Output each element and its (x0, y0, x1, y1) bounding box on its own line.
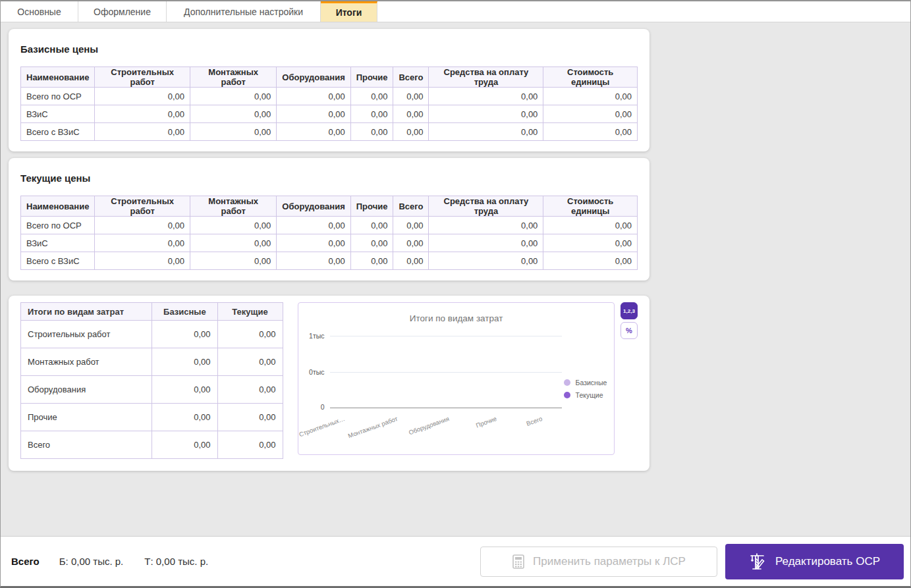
footer-total-label: Всего (11, 556, 40, 567)
cell-value: 0,00 (393, 105, 429, 123)
table-row: Оборудования 0,00 0,00 (21, 376, 283, 404)
cell-value: 0,00 (277, 217, 350, 234)
calculator-icon (512, 554, 525, 570)
current-prices-panel: Текущие цены Наименование Строительных р… (9, 158, 649, 281)
legend-dot-base (564, 379, 570, 386)
chart-legend: Базисные Текущие (564, 379, 607, 404)
col-header: Наименование (21, 67, 95, 88)
legend-label: Базисные (576, 379, 607, 387)
table-row: Прочие 0,00 0,00 (21, 404, 283, 431)
chart-toggle-group: 1,2,3 % (621, 302, 638, 342)
cell-value: 0,00 (95, 217, 190, 234)
table-header-row: Наименование Строительных работ Монтажны… (21, 67, 638, 88)
chart-title: Итоги по видам затрат (298, 313, 615, 323)
cell-value: 0,00 (393, 123, 429, 141)
cell-value: 0,00 (393, 217, 429, 234)
cell-value: 0,00 (393, 88, 429, 105)
current-prices-table: Наименование Строительных работ Монтажны… (20, 196, 638, 270)
y-tick: 0 (298, 403, 325, 411)
cell-value: 0,00 (217, 431, 283, 459)
base-prices-table: Наименование Строительных работ Монтажны… (20, 67, 638, 141)
cell-value: 0,00 (350, 252, 393, 270)
col-header: Оборудования (277, 196, 350, 217)
totals-panel: Итоги по видам затрат Базисные Текущие С… (9, 296, 649, 471)
cell-value: 0,00 (190, 88, 277, 105)
cell-value: 0,00 (543, 105, 638, 123)
footer-current-total: Т: 0,00 тыс. р. (144, 556, 208, 567)
table-row: Строительных работ 0,00 0,00 (21, 321, 283, 348)
row-label: Оборудования (21, 376, 152, 404)
cell-value: 0,00 (350, 88, 393, 105)
cell-value: 0,00 (217, 376, 283, 404)
table-row: Всего с ВЗиС 0,00 0,00 0,00 0,00 0,00 0,… (21, 252, 638, 270)
edit-osr-button[interactable]: Редактировать ОСР (725, 544, 904, 579)
row-label: Всего по ОСР (21, 217, 95, 234)
cell-value: 0,00 (429, 252, 543, 270)
col-header: Средства на оплату труда (429, 196, 543, 217)
cell-value: 0,00 (350, 105, 393, 123)
cell-value: 0,00 (152, 348, 217, 376)
cell-value: 0,00 (95, 88, 190, 105)
cell-value: 0,00 (350, 217, 393, 234)
row-label: ВЗиС (21, 234, 95, 252)
col-header: Всего (393, 67, 429, 88)
table-row: Всего с ВЗиС 0,00 0,00 0,00 0,00 0,00 0,… (21, 123, 638, 141)
x-tick: Всего (526, 415, 543, 427)
edit-button-label: Редактировать ОСР (775, 555, 880, 568)
gridline (330, 372, 562, 373)
y-tick: 1тыс (298, 332, 325, 340)
apply-button-label: Применить параметры к ЛСР (533, 555, 686, 568)
apply-parameters-button[interactable]: Применить параметры к ЛСР (480, 547, 717, 577)
cell-value: 0,00 (543, 88, 638, 105)
cell-value: 0,00 (277, 234, 350, 252)
cell-value: 0,00 (429, 123, 543, 141)
col-header: Монтажных работ (190, 196, 277, 217)
cell-value: 0,00 (95, 123, 190, 141)
cell-value: 0,00 (95, 105, 190, 123)
table-row: Всего по ОСР 0,00 0,00 0,00 0,00 0,00 0,… (21, 88, 638, 105)
tab-osnovnye[interactable]: Основные (1, 1, 78, 22)
table-row: ВЗиС 0,00 0,00 0,00 0,00 0,00 0,00 0,00 (21, 234, 638, 252)
row-label: Всего с ВЗиС (21, 123, 95, 141)
cell-value: 0,00 (429, 88, 543, 105)
row-label: ВЗиС (21, 105, 95, 123)
cell-value: 0,00 (95, 252, 190, 270)
col-header: Текущие (217, 303, 283, 321)
tab-oformlenie[interactable]: Оформление (78, 1, 167, 22)
col-header: Наименование (21, 196, 95, 217)
row-label: Прочие (21, 404, 152, 431)
cell-value: 0,00 (190, 234, 277, 252)
footer-base-total: Б: 0,00 тыс. р. (59, 556, 124, 567)
x-axis-line (330, 408, 562, 408)
cell-value: 0,00 (190, 123, 277, 141)
content-area: Базисные цены Наименование Строительных … (1, 23, 910, 536)
current-prices-title: Текущие цены (20, 173, 638, 184)
legend-label: Текущие (576, 391, 603, 399)
tab-itogi[interactable]: Итоги (321, 1, 377, 22)
cell-value: 0,00 (277, 252, 350, 270)
col-header: Базисные (152, 303, 217, 321)
cell-value: 0,00 (190, 252, 277, 270)
tab-dopolnitelnye-nastroyki[interactable]: Дополнительные настройки (167, 1, 321, 22)
col-header: Строительных работ (95, 196, 190, 217)
col-header: Монтажных работ (190, 67, 277, 88)
cell-value: 0,00 (152, 321, 217, 348)
y-tick: 0тыс (298, 368, 325, 376)
cell-value: 0,00 (217, 348, 283, 376)
col-header: Итоги по видам затрат (21, 303, 152, 321)
x-tick: Строительных… (298, 415, 345, 438)
footer-totals: Всего Б: 0,00 тыс. р. Т: 0,00 тыс. р. (7, 556, 229, 567)
cell-value: 0,00 (429, 234, 543, 252)
row-label: Монтажных работ (21, 348, 152, 376)
x-tick: Монтажных работ (346, 415, 398, 439)
table-header-row: Наименование Строительных работ Монтажны… (21, 196, 638, 217)
cell-value: 0,00 (429, 217, 543, 234)
cell-value: 0,00 (152, 404, 217, 431)
col-header: Стоимость единицы (543, 67, 638, 88)
chart-values-toggle-button[interactable]: 1,2,3 (621, 302, 638, 319)
x-tick: Оборудования (407, 415, 449, 436)
col-header: Оборудования (277, 67, 350, 88)
col-header: Прочие (350, 67, 393, 88)
chart-percent-toggle-button[interactable]: % (621, 322, 638, 339)
table-header-row: Итоги по видам затрат Базисные Текущие (21, 303, 283, 321)
